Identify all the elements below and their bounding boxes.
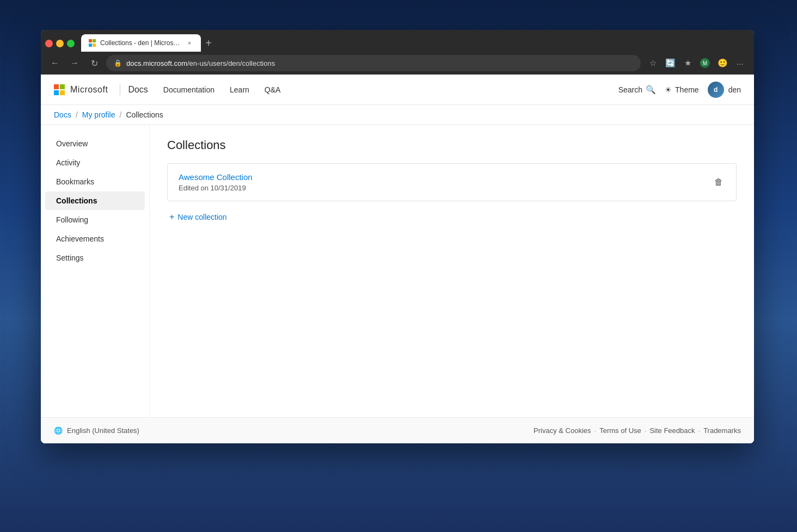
refresh-button[interactable]: ↻ [87,55,102,71]
address-bar: ← → ↻ 🔒 docs.microsoft.com/en-us/users/d… [41,52,754,75]
header-divider [120,84,120,95]
minimize-traffic-light[interactable] [56,40,64,47]
plus-icon: + [169,212,174,222]
collection-name[interactable]: Awesome Collection [179,172,712,182]
close-traffic-light[interactable] [45,40,53,47]
theme-icon: ☀ [665,85,672,94]
search-button[interactable]: Search 🔍 [618,85,656,95]
sidebar-item-activity[interactable]: Activity [45,153,145,172]
site-footer: 🌐 English (United States) Privacy & Cook… [41,417,754,443]
footer-privacy[interactable]: Privacy & Cookies [534,426,591,435]
tab-favicon [89,39,96,47]
sidebar-item-bookmarks[interactable]: Bookmarks [45,172,145,191]
url-bar[interactable]: 🔒 docs.microsoft.com/en-us/users/den/col… [106,55,641,71]
emoji-button[interactable]: 🙂 [715,55,730,71]
ms-squares-icon [54,84,65,95]
sidebar: Overview Activity Bookmarks Collections … [41,125,150,417]
sidebar-item-settings[interactable]: Settings [45,249,145,267]
site-name[interactable]: Docs [128,85,148,95]
traffic-lights [45,40,75,52]
collection-meta: Edited on 10/31/2019 [179,184,712,192]
browser-chrome: Collections - den | Microsoft D... × + ←… [41,30,754,75]
locale-text: English (United States) [67,426,139,435]
delete-collection-button[interactable]: 🗑 [712,175,725,189]
breadcrumb-myprofile[interactable]: My profile [82,110,115,119]
sidebar-item-overview[interactable]: Overview [45,134,145,153]
tab-bar: Collections - den | Microsoft D... × + [41,30,754,52]
nav-learn[interactable]: Learn [223,81,256,98]
breadcrumb-sep-1: / [76,110,78,119]
nav-links: Documentation Learn Q&A [157,81,287,98]
user-area[interactable]: d den [708,82,741,98]
url-path: /en-us/users/den/collections [187,59,275,67]
footer-trademarks[interactable]: Trademarks [703,426,741,435]
page-content: Microsoft Docs Documentation Learn Q&A S… [41,75,754,443]
header-right: Search 🔍 ☀ Theme d den [618,82,741,98]
settings-button[interactable]: ··· [732,55,747,71]
breadcrumb-docs[interactable]: Docs [54,110,71,119]
tab-close-button[interactable]: × [186,39,193,47]
forward-button[interactable]: → [67,55,82,71]
favorites-button[interactable]: ☆ [645,55,660,71]
nav-documentation[interactable]: Documentation [157,81,221,98]
new-collection-label: New collection [177,213,226,221]
lock-icon: 🔒 [114,59,122,67]
theme-button[interactable]: ☀ Theme [665,85,699,94]
footer-links: Privacy & Cookies · Terms of Use · Site … [534,426,741,435]
collection-info: Awesome Collection Edited on 10/31/2019 [179,172,712,192]
microsoft-logo[interactable]: Microsoft [54,84,108,95]
back-button[interactable]: ← [47,55,63,71]
footer-feedback[interactable]: Site Feedback [649,426,695,435]
theme-label: Theme [675,85,699,94]
new-tab-button[interactable]: + [201,36,216,52]
main-content: Collections Awesome Collection Edited on… [150,125,754,417]
site-header: Microsoft Docs Documentation Learn Q&A S… [41,75,754,105]
sidebar-item-achievements[interactable]: Achievements [45,230,145,248]
browser-actions: ☆ 🔄 ★ M 🙂 ··· [645,55,747,71]
search-icon: 🔍 [646,85,656,95]
profile-button[interactable]: M [697,55,713,71]
maximize-traffic-light[interactable] [67,40,75,47]
footer-terms[interactable]: Terms of Use [599,426,641,435]
breadcrumb-current: Collections [126,110,163,119]
avatar[interactable]: d [708,82,724,98]
breadcrumb: Docs / My profile / Collections [41,105,754,125]
nav-qa[interactable]: Q&A [258,81,287,98]
globe-icon: 🌐 [54,426,63,435]
footer-locale: 🌐 English (United States) [54,426,139,435]
browser-window: Collections - den | Microsoft D... × + ←… [41,30,754,443]
sidebar-item-following[interactable]: Following [45,211,145,229]
extensions-button[interactable]: 🔄 [663,55,678,71]
tab-title: Collections - den | Microsoft D... [100,39,181,47]
page-title: Collections [167,138,737,152]
breadcrumb-sep-2: / [119,110,121,119]
new-collection-button[interactable]: + New collection [167,208,737,226]
search-label: Search [618,85,642,94]
active-tab[interactable]: Collections - den | Microsoft D... × [81,34,201,52]
user-name: den [728,85,741,94]
url-display: docs.microsoft.com/en-us/users/den/colle… [126,59,275,67]
microsoft-label: Microsoft [70,85,108,95]
collections-button[interactable]: ★ [680,55,695,71]
main-layout: Overview Activity Bookmarks Collections … [41,125,754,417]
collection-card[interactable]: Awesome Collection Edited on 10/31/2019 … [167,163,737,201]
sidebar-item-collections[interactable]: Collections [45,191,145,210]
url-domain: docs.microsoft.com [126,59,187,67]
